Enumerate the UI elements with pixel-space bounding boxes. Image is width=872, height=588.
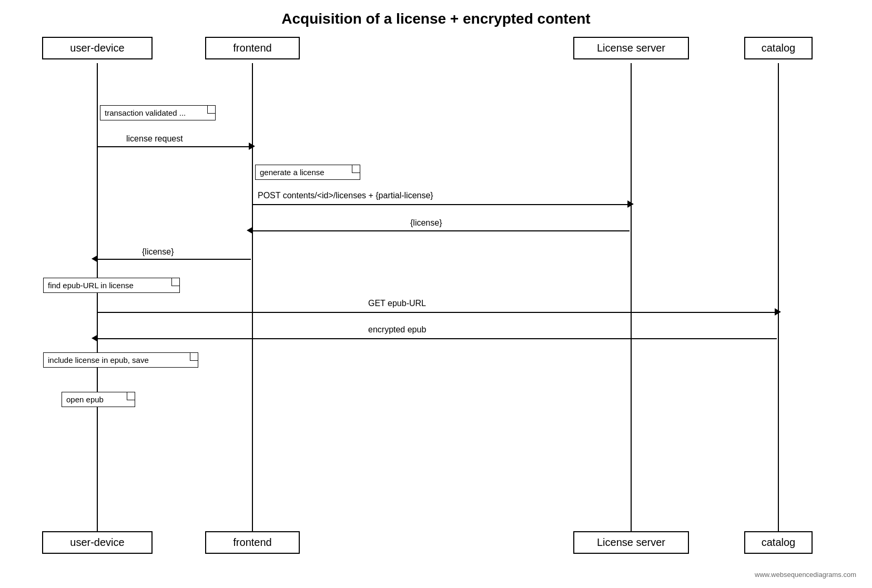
lifeline-frontend <box>252 63 253 531</box>
note-transaction-validated: transaction validated ... <box>100 105 216 120</box>
note-generate-license: generate a license <box>255 165 360 180</box>
lifeline-user-device <box>97 63 98 531</box>
arrow-encrypted-epub-head <box>92 334 98 342</box>
note-find-epub: find epub-URL in license <box>43 278 180 293</box>
arrow-post-head <box>627 200 634 208</box>
lifeline-license-server <box>631 63 632 531</box>
actor-catalog-top: catalog <box>744 37 813 59</box>
actor-user-device-top: user-device <box>42 37 153 59</box>
arrow-license-resp-line <box>253 230 630 231</box>
arrow-encrypted-epub-label: encrypted epub <box>368 325 426 334</box>
arrow-get-epub-label: GET epub-URL <box>368 299 426 308</box>
actor-frontend-top: frontend <box>205 37 300 59</box>
note-open-epub: open epub <box>62 392 135 407</box>
arrow-encrypted-epub-line <box>98 338 777 339</box>
arrow-license-user-label: {license} <box>142 247 174 257</box>
lifeline-catalog <box>778 63 779 531</box>
actor-catalog-bottom: catalog <box>744 531 813 554</box>
arrow-license-resp-label: {license} <box>410 218 442 228</box>
arrow-license-request-label: license request <box>126 134 183 144</box>
actor-frontend-bottom: frontend <box>205 531 300 554</box>
arrow-license-user-head <box>92 255 98 262</box>
arrow-license-request-line <box>98 146 251 147</box>
diagram-container: Acquisition of a license + encrypted con… <box>0 0 872 588</box>
actor-license-server-top: License server <box>573 37 689 59</box>
note-include-license: include license in epub, save <box>43 352 198 368</box>
arrow-license-request-head <box>249 143 255 150</box>
watermark: www.websequencediagrams.com <box>755 571 856 579</box>
arrow-post-label: POST contents/<id>/licenses + {partial-l… <box>258 191 433 200</box>
actor-user-device-bottom: user-device <box>42 531 153 554</box>
arrow-license-resp-head <box>247 227 253 234</box>
arrow-license-user-line <box>98 259 251 260</box>
arrow-post-line <box>253 204 630 205</box>
diagram-title: Acquisition of a license + encrypted con… <box>0 0 872 27</box>
arrow-get-epub-line <box>98 312 777 313</box>
actor-license-server-bottom: License server <box>573 531 689 554</box>
arrow-get-epub-head <box>775 308 781 316</box>
